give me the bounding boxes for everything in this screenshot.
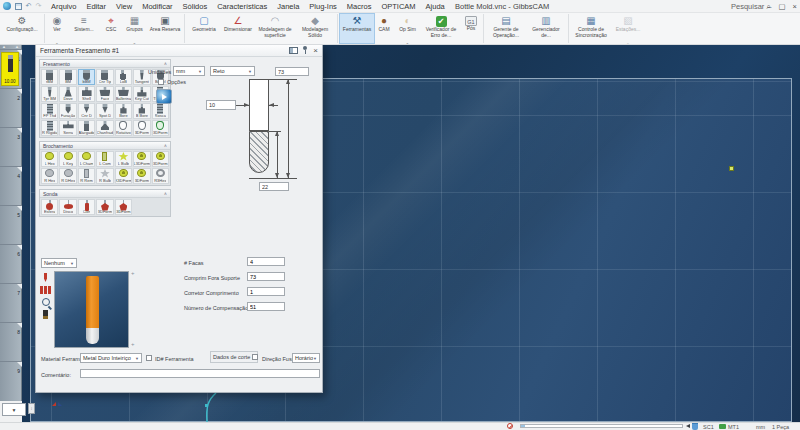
tool-slot[interactable]: 2 [0,88,22,127]
tool-3dform[interactable]: 3DForm [115,199,132,215]
marker-icon[interactable] [686,424,690,428]
tool-id-checkbox[interactable] [146,355,152,361]
cut-data-checkbox[interactable] [252,354,258,360]
tool-bm[interactable]: BM [59,69,76,85]
tool-l3dform[interactable]: L3DForm [133,151,150,167]
length-input[interactable] [275,67,309,76]
ribbon-dimensionar[interactable]: ∠Dimensionar [221,14,255,43]
selected-tool-tile[interactable]: 10.00 [1,52,19,86]
ribbon-modelagem-s-lido[interactable]: ◆Modelagem Sólido [295,14,335,43]
maximize-button[interactable]: ▢ [779,0,786,13]
tool-3dform[interactable]: 3DForm [133,120,150,136]
undo-icon[interactable]: ↶ [24,0,33,12]
tool-l-key[interactable]: L Key [59,151,76,167]
ribbon-controle-de-sincroniza-o[interactable]: ▦Controle de Sincronização [571,14,611,43]
tool-esfera[interactable]: Esfera [41,199,58,215]
tool-slot[interactable]: 7 [0,283,22,322]
tool-slot[interactable]: 5 [0,205,22,244]
menu-view[interactable]: View [111,0,137,13]
tool-l-hex[interactable]: L Hex [41,151,58,167]
tool-3dform[interactable]: 3DForm [152,151,169,167]
parameter-input-comprim-fora-suporte[interactable] [247,272,285,281]
tool-filter-dropdown[interactable]: ▼ [2,403,26,416]
pin-icon[interactable] [302,46,308,55]
tool-3dform[interactable]: 3DForm [133,168,150,184]
ribbon-sistem[interactable]: ≡Sistem... [67,14,101,43]
dock-panel-icon[interactable] [289,47,298,54]
ribbon-modelagem-de-superf-cie[interactable]: ◠Modelagem de superfície [255,14,295,43]
tool-shell[interactable]: Shell [78,86,95,102]
menu-modificar[interactable]: Modificar [137,0,177,13]
tool-rosca[interactable]: Rosca [152,103,169,119]
tool-r-bulb[interactable]: R Bulb [96,168,113,184]
tool-3dform[interactable]: 3DForm [152,120,169,136]
tool-l-bulb[interactable]: L Bulb [115,151,132,167]
options-checkbox[interactable] [158,79,164,85]
units-dropdown[interactable]: mm ▼ [173,66,205,76]
tool-fp-thd[interactable]: FP Thd [41,103,58,119]
tool-cilin[interactable]: Cilin [78,199,95,215]
tool-slot[interactable]: 9 [0,361,22,400]
tool-filter-mini-button[interactable]: ⁞ [28,403,35,414]
parameter-input-corretor-comprimento[interactable] [247,287,285,296]
tool-b-bore[interactable]: B Bore [133,103,150,119]
shank-type-dropdown[interactable]: Reto ▼ [210,66,255,76]
tool-key-cut[interactable]: Key Cut [133,86,150,102]
ribbon-ver[interactable]: ◉Ver⌄ [47,14,67,43]
tool-r-dhex[interactable]: R DHex [59,168,76,184]
tool-group-display-icon[interactable] [40,286,43,294]
tool-ballerina[interactable]: Ballerina [115,86,132,102]
preview-resize-handle[interactable]: + [131,341,135,347]
dialog-titlebar[interactable]: Ferramenta Fresamento #1 × [36,45,322,57]
tool-serra[interactable]: Serra [59,120,76,136]
tool-cnr-tip[interactable]: Cnr Tip [96,69,113,85]
tool-3d-preview[interactable] [54,271,129,348]
flute-length-input[interactable] [259,182,289,191]
holder-display-icon[interactable] [43,310,48,319]
tool-bore[interactable]: Bore [115,103,132,119]
ribbon-rea-reserva[interactable]: ▣Área Reserva [148,14,182,43]
tool-r-rem[interactable]: R Rem [78,168,95,184]
tool-lob[interactable]: LoB [115,69,132,85]
comment-input[interactable] [80,369,320,378]
units-status[interactable]: mm [756,424,765,430]
tool-r-r-gida[interactable]: R Rígida [41,120,58,136]
tool-disco[interactable]: Disco [59,199,76,215]
tool-rbm[interactable]: rBM [41,69,58,85]
tool-chanfrado[interactable]: Chanfrado [96,120,113,136]
parameter-input-n-mero-de-compensa-o[interactable] [247,302,285,311]
menu-janela[interactable]: Janela [272,0,304,13]
menu-ajuda[interactable]: Ajuda [421,0,450,13]
ribbon-gerenciador-de[interactable]: ▥Gerenciador de... [526,14,566,43]
material-dropdown[interactable]: Metal Duro Inteiriço ▼ [80,353,142,363]
menu-plug-ins[interactable]: Plug-Ins [304,0,342,13]
tool-display-icon[interactable] [43,273,48,282]
inspect-tool-icon[interactable] [42,298,50,306]
tool-r3hex[interactable]: R3Hex [152,168,169,184]
ribbon-gerente-de-opera-o[interactable]: ▤Gerente de Operação... [486,14,526,43]
ribbon-geometria[interactable]: ▢Geometria [187,14,221,43]
tool-slot[interactable]: 110.00 [0,49,22,88]
tool-slot[interactable]: 8 [0,322,22,361]
save-icon[interactable] [15,3,22,10]
holder-dropdown[interactable]: Nenhum ▼ [41,258,77,268]
ribbon-verificador-de-erro-de[interactable]: ✔Verificador de Erro de... [421,14,461,43]
tool-slot[interactable]: 4 [0,166,22,205]
parameter-input-facas[interactable] [247,257,285,266]
tool-group-header[interactable]: Brochamento∧ [40,142,170,150]
tool-tpr-bm[interactable]: Tpr BM [41,86,58,102]
menu-opticam[interactable]: OPTICAM [376,0,420,13]
tool-slot[interactable]: 3 [0,127,22,166]
close-button[interactable]: × [793,0,797,13]
tool-face[interactable]: Face [96,86,113,102]
tool-rotativo[interactable]: Rotativo [115,120,132,136]
menu-macros[interactable]: Macros [342,0,377,13]
tool-dove[interactable]: Dove [59,86,76,102]
ribbon-op-sim[interactable]: ◐Op Sim⌄ [394,14,421,43]
coordinate-system-label[interactable]: SC1 [703,424,714,430]
tool-cnr-d[interactable]: Cnr D [78,103,95,119]
minimize-button[interactable]: – [767,0,771,13]
curve-handle[interactable] [205,404,208,407]
tool-3dform[interactable]: 3DForm [96,199,113,215]
tool-spot-d[interactable]: Spot D [96,103,113,119]
